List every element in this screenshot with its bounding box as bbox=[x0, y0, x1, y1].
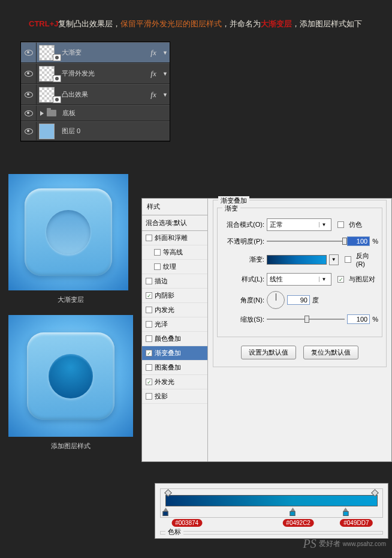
layer-label[interactable]: 平滑外发光 bbox=[59, 69, 144, 78]
hotkey-text: CTRL+J bbox=[29, 19, 58, 28]
layer-label[interactable]: 凸出效果 bbox=[59, 90, 144, 99]
highlight-text: 保留平滑外发光层的图层样式 bbox=[120, 19, 222, 28]
align-checkbox-checked[interactable]: ✓ bbox=[337, 276, 344, 283]
gradient-preview[interactable] bbox=[267, 255, 327, 265]
blend-mode-select[interactable]: 正常▼ bbox=[267, 218, 331, 231]
scale-input[interactable]: 100 bbox=[347, 314, 370, 324]
reverse-label: 反向(R) bbox=[356, 251, 378, 268]
styles-header[interactable]: 样式 bbox=[142, 199, 207, 215]
slider-thumb[interactable] bbox=[304, 316, 309, 323]
blend-options-header[interactable]: 混合选项:默认 bbox=[142, 215, 207, 231]
visibility-toggle[interactable] bbox=[21, 85, 37, 104]
style-stroke[interactable]: 描边 bbox=[142, 274, 207, 289]
watermark-url: www.psahz.com bbox=[343, 541, 386, 547]
sub-section-title: 渐变 bbox=[222, 204, 240, 213]
gradient-dropdown[interactable]: ▼ bbox=[329, 254, 339, 265]
checkbox[interactable] bbox=[146, 321, 152, 328]
layer-label[interactable]: 图层 0 bbox=[59, 127, 170, 136]
opacity-label: 不透明度(P): bbox=[221, 237, 264, 246]
angle-label: 角度(N): bbox=[221, 296, 264, 305]
percent-label: % bbox=[372, 316, 378, 323]
style-pattern-overlay[interactable]: 图案叠加 bbox=[142, 361, 207, 375]
blend-mode-label: 混合模式(O): bbox=[221, 220, 264, 229]
color-stop[interactable] bbox=[163, 508, 168, 516]
make-default-button[interactable]: 设置为默认值 bbox=[241, 346, 296, 359]
expand-arrow-icon[interactable]: ▼ bbox=[162, 71, 170, 77]
checkbox-checked[interactable]: ✓ bbox=[146, 379, 152, 385]
triangle-icon[interactable] bbox=[40, 111, 44, 116]
layer-row[interactable]: 平滑外发光 fx ▼ bbox=[21, 63, 170, 84]
angle-dial[interactable] bbox=[267, 291, 285, 309]
color-stop[interactable] bbox=[343, 508, 348, 516]
checkbox[interactable] bbox=[146, 278, 152, 284]
style-outer-glow[interactable]: ✓外发光 bbox=[142, 375, 207, 389]
checkbox-checked[interactable]: ✓ bbox=[146, 292, 152, 299]
style-inner-shadow[interactable]: ✓内阴影 bbox=[142, 289, 207, 303]
opacity-stop[interactable] bbox=[371, 489, 379, 497]
visibility-toggle[interactable] bbox=[21, 122, 37, 140]
style-inner-glow[interactable]: 内发光 bbox=[142, 303, 207, 317]
visibility-toggle[interactable] bbox=[21, 64, 37, 83]
layer-label[interactable]: 大渐变 bbox=[59, 48, 144, 57]
color-stop[interactable] bbox=[290, 508, 295, 516]
eye-icon bbox=[25, 50, 33, 56]
checkbox[interactable] bbox=[146, 393, 152, 400]
style-select[interactable]: 线性▼ bbox=[267, 273, 331, 286]
style-list-sidebar: 样式 混合选项:默认 斜面和浮雕 等高线 纹理 描边 ✓内阴影 内发光 光泽 颜… bbox=[142, 199, 208, 461]
opacity-slider[interactable] bbox=[267, 241, 345, 242]
icon-circle bbox=[49, 354, 93, 398]
eye-icon bbox=[25, 71, 33, 77]
style-texture[interactable]: 纹理 bbox=[142, 260, 207, 274]
scale-label: 缩放(S): bbox=[221, 315, 264, 324]
checkbox[interactable] bbox=[146, 364, 152, 371]
icon-circle bbox=[46, 210, 91, 254]
hex-value-tag: #049DD7 bbox=[340, 519, 372, 527]
reverse-checkbox[interactable] bbox=[345, 256, 351, 263]
scale-slider[interactable] bbox=[267, 319, 345, 320]
slider-thumb[interactable] bbox=[342, 238, 347, 245]
expand-arrow-icon[interactable]: ▼ bbox=[162, 50, 170, 56]
eye-icon bbox=[25, 110, 33, 116]
icon-square bbox=[27, 332, 114, 420]
group-label[interactable]: 底板 bbox=[60, 109, 170, 118]
angle-input[interactable]: 90 bbox=[287, 295, 310, 305]
watermark-text: 爱好者 bbox=[319, 539, 340, 549]
checkbox[interactable] bbox=[146, 235, 152, 241]
style-contour[interactable]: 等高线 bbox=[142, 245, 207, 260]
fx-indicator[interactable]: fx bbox=[144, 90, 162, 100]
checkbox[interactable] bbox=[154, 249, 161, 256]
eye-icon bbox=[25, 92, 33, 98]
fx-indicator[interactable]: fx bbox=[144, 48, 162, 58]
reset-default-button[interactable]: 复位为默认值 bbox=[303, 346, 358, 359]
checkbox[interactable] bbox=[146, 335, 152, 342]
fx-indicator[interactable]: fx bbox=[144, 69, 162, 79]
gradient-label: 渐变: bbox=[221, 255, 264, 264]
style-satin[interactable]: 光泽 bbox=[142, 317, 207, 332]
style-color-overlay[interactable]: 颜色叠加 bbox=[142, 332, 207, 346]
expand-arrow-icon[interactable]: ▼ bbox=[162, 92, 170, 98]
visibility-toggle[interactable] bbox=[21, 106, 37, 121]
checkbox[interactable] bbox=[146, 307, 152, 313]
layer-group-row[interactable]: 底板 bbox=[21, 105, 170, 121]
gradient-editor: #003874 #0492C2 #049DD7 色标 bbox=[155, 483, 388, 539]
gradient-bar[interactable] bbox=[165, 495, 378, 506]
layer-thumbnail[interactable] bbox=[39, 124, 55, 139]
preview-after bbox=[8, 315, 133, 437]
layer-row-background[interactable]: 图层 0 bbox=[21, 121, 170, 141]
visibility-toggle[interactable] bbox=[21, 43, 37, 62]
opacity-stop[interactable] bbox=[164, 489, 172, 497]
style-drop-shadow[interactable]: 投影 bbox=[142, 389, 207, 404]
style-bevel[interactable]: 斜面和浮雕 bbox=[142, 231, 207, 245]
layers-panel: 大渐变 fx ▼ 平滑外发光 fx ▼ 凸出效果 fx ▼ 底板 图层 0 bbox=[20, 41, 170, 142]
preview-label-2: 添加图层样式 bbox=[8, 442, 133, 451]
layer-row[interactable]: 凸出效果 fx ▼ bbox=[21, 84, 170, 105]
mask-icon bbox=[53, 54, 61, 61]
checkbox[interactable] bbox=[154, 263, 161, 270]
colorstop-section-label: 色标 bbox=[165, 527, 183, 536]
style-gradient-overlay[interactable]: ✓渐变叠加 bbox=[142, 346, 207, 361]
opacity-input[interactable]: 100 bbox=[347, 236, 370, 246]
dither-checkbox[interactable] bbox=[337, 221, 344, 228]
layer-row-selected[interactable]: 大渐变 fx ▼ bbox=[21, 42, 170, 63]
checkbox-checked[interactable]: ✓ bbox=[146, 350, 152, 356]
layer-name-highlight: 大渐变层 bbox=[261, 19, 292, 28]
